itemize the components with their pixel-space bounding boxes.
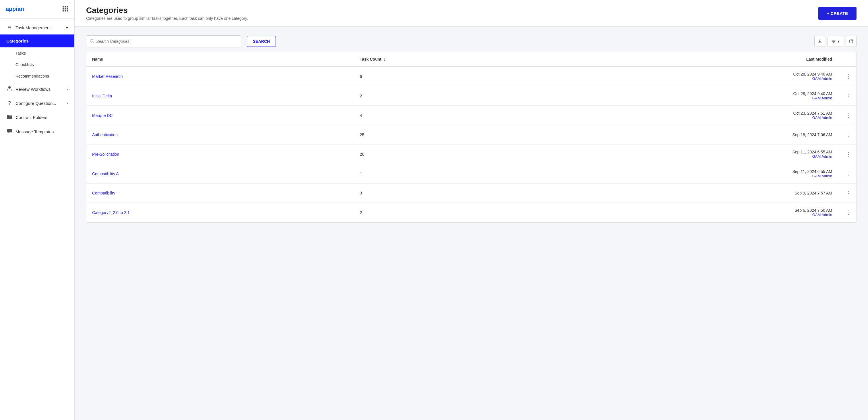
search-button[interactable]: SEARCH — [247, 36, 276, 47]
cell-count-2: 4 — [354, 106, 558, 125]
table-row: Pre-Solicitation 20 Sep 11, 2024 6:55 AM… — [86, 144, 856, 164]
categories-label: Categories — [6, 38, 29, 44]
category-link-3[interactable]: Authentication — [92, 133, 118, 137]
sidebar-item-message-templates[interactable]: Message Templates — [0, 124, 74, 139]
cell-actions-6: ⋮ — [838, 184, 856, 203]
cell-actions-3: ⋮ — [838, 125, 856, 144]
row-menu-button-1[interactable]: ⋮ — [844, 92, 854, 100]
search-box — [86, 35, 241, 48]
svg-rect-8 — [65, 10, 66, 11]
row-menu-button-6[interactable]: ⋮ — [844, 189, 854, 197]
tasks-label: Tasks — [16, 51, 26, 55]
modified-date-0: Oct 28, 2024 9:40 AM — [564, 72, 832, 77]
sidebar-item-contract-folders[interactable]: Contract Folders — [0, 110, 74, 124]
svg-rect-5 — [65, 8, 66, 9]
sidebar-item-task-management[interactable]: ☰ Task Management ▾ — [0, 21, 74, 34]
configure-question-label: Configure Question... — [16, 101, 56, 106]
category-link-0[interactable]: Market Research — [92, 74, 123, 79]
sort-down-icon: ↓ — [384, 57, 386, 61]
search-input[interactable] — [96, 39, 237, 44]
category-link-7[interactable]: Category2_2.0 to 2.1 — [92, 210, 130, 215]
download-button[interactable] — [814, 36, 825, 47]
row-menu-button-5[interactable]: ⋮ — [844, 169, 854, 178]
top-bar: Categories Categories are used to group … — [74, 0, 868, 27]
table-row: Marque DC 4 Oct 23, 2024 7:51 AM GAM Adm… — [86, 106, 856, 125]
svg-rect-7 — [63, 10, 64, 11]
task-management-label: Task Management — [16, 25, 51, 30]
modified-date-2: Oct 23, 2024 7:51 AM — [564, 111, 832, 115]
sidebar-item-tasks[interactable]: Tasks — [0, 48, 74, 59]
table-row: Market Research 6 Oct 28, 2024 9:40 AM G… — [86, 66, 856, 86]
col-name: Name — [86, 52, 354, 66]
category-link-2[interactable]: Marque DC — [92, 113, 113, 118]
modified-date-4: Sep 11, 2024 6:55 AM — [564, 150, 832, 154]
table-row: Compatibility A 1 Sep 11, 2024 6:55 AM G… — [86, 164, 856, 184]
svg-rect-3 — [67, 6, 68, 7]
sidebar-item-configure-question[interactable]: ? Configure Question... › — [0, 96, 74, 110]
col-last-modified: Last Modified — [558, 52, 838, 66]
cell-name-5: Compatibility A — [86, 164, 354, 184]
cell-count-5: 1 — [354, 164, 558, 184]
contract-folders-label: Contract Folders — [16, 115, 48, 120]
category-link-5[interactable]: Compatibility A — [92, 171, 119, 176]
sidebar-item-checklists[interactable]: Checklists — [0, 59, 74, 71]
row-menu-button-4[interactable]: ⋮ — [844, 150, 854, 159]
cell-actions-2: ⋮ — [838, 106, 856, 125]
col-name-label: Name — [92, 57, 103, 61]
modified-user-2: GAM Admin — [564, 115, 832, 120]
modified-date-5: Sep 11, 2024 6:55 AM — [564, 169, 832, 174]
cell-count-4: 20 — [354, 144, 558, 164]
chat-icon — [6, 129, 12, 135]
page-subtitle: Categories are used to group similar tas… — [86, 16, 818, 21]
table-row: Category2_2.0 to 2.1 2 Sep 6, 2024 7:50 … — [86, 203, 856, 222]
sidebar-item-review-workflows[interactable]: Review Workflows › — [0, 82, 74, 96]
row-menu-button-3[interactable]: ⋮ — [844, 131, 854, 139]
row-menu-button-0[interactable]: ⋮ — [844, 72, 854, 81]
category-link-4[interactable]: Pre-Solicitation — [92, 152, 119, 157]
col-task-count-label: Task Count — [360, 57, 381, 61]
sidebar: appian ☰ Task Management ▾ — [0, 0, 74, 420]
refresh-button[interactable] — [846, 36, 857, 47]
filter-button[interactable]: ▾ — [828, 36, 843, 47]
sidebar-item-recommendations[interactable]: Recommendations — [0, 71, 74, 82]
create-button[interactable]: + CREATE — [818, 7, 857, 20]
category-link-1[interactable]: Initial Delta — [92, 94, 112, 98]
cell-name-3: Authentication — [86, 125, 354, 144]
sidebar-item-categories[interactable]: Categories — [0, 34, 74, 48]
row-menu-button-7[interactable]: ⋮ — [844, 208, 854, 217]
cell-modified-7: Sep 6, 2024 7:50 AM GAM Admin — [558, 203, 838, 222]
svg-rect-1 — [63, 6, 64, 7]
nav-section: ☰ Task Management ▾ Categories Tasks Che… — [0, 19, 74, 141]
modified-user-7: GAM Admin — [564, 213, 832, 217]
cell-name-4: Pre-Solicitation — [86, 144, 354, 164]
cell-name-6: Compatibility — [86, 184, 354, 203]
modified-date-3: Sep 18, 2024 7:06 AM — [564, 133, 832, 137]
review-workflows-label: Review Workflows — [16, 87, 51, 92]
chevron-down-icon: ▾ — [66, 26, 68, 30]
toolbar-right: ▾ — [814, 36, 857, 47]
modified-date-7: Sep 6, 2024 7:50 AM — [564, 208, 832, 213]
table-row: Initial Delta 2 Oct 28, 2024 9:40 AM GAM… — [86, 86, 856, 106]
folder-icon — [6, 114, 12, 120]
cell-count-1: 2 — [354, 86, 558, 106]
content-area: SEARCH ▾ — [74, 27, 868, 231]
col-task-count[interactable]: Task Count ↓ — [354, 52, 558, 66]
cell-actions-0: ⋮ — [838, 66, 856, 86]
category-link-6[interactable]: Compatibility — [92, 191, 115, 195]
modified-user-0: GAM Admin — [564, 77, 832, 81]
cell-modified-4: Sep 11, 2024 6:55 AM GAM Admin — [558, 144, 838, 164]
cell-count-6: 3 — [354, 184, 558, 203]
grid-icon[interactable] — [62, 5, 69, 13]
cell-actions-5: ⋮ — [838, 164, 856, 184]
cell-modified-2: Oct 23, 2024 7:51 AM GAM Admin — [558, 106, 838, 125]
categories-table: Name Task Count ↓ Last Modified — [86, 52, 857, 223]
toolbar: SEARCH ▾ — [86, 35, 857, 48]
appian-logo-svg: appian — [6, 5, 32, 13]
svg-rect-9 — [67, 10, 68, 11]
row-menu-button-2[interactable]: ⋮ — [844, 111, 854, 120]
cell-actions-7: ⋮ — [838, 203, 856, 222]
message-templates-label: Message Templates — [16, 129, 54, 134]
modified-user-4: GAM Admin — [564, 154, 832, 159]
page-title: Categories — [86, 6, 818, 15]
cell-name-7: Category2_2.0 to 2.1 — [86, 203, 354, 222]
